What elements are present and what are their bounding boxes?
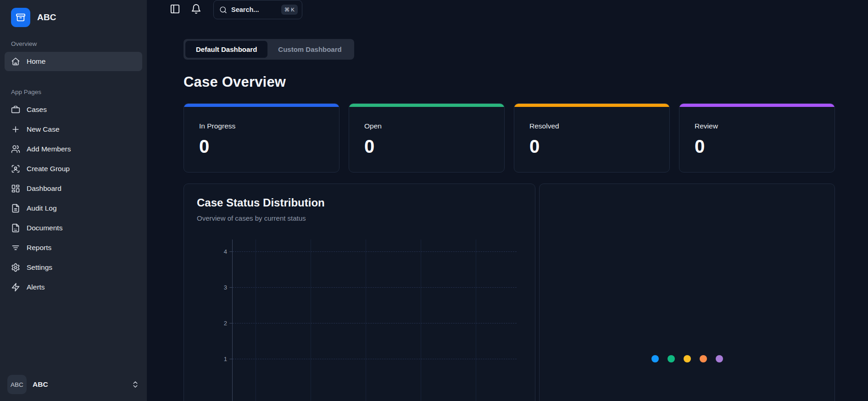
y-tick-label: 1 xyxy=(224,356,227,362)
scan-user-icon xyxy=(11,164,20,173)
keyboard-shortcut-badge: ⌘ K xyxy=(281,5,298,15)
pie-chart-card xyxy=(539,184,835,401)
sidebar-item-label: Reports xyxy=(27,244,51,252)
panel-left-icon xyxy=(170,4,180,16)
filter-lines-icon xyxy=(11,243,20,252)
file-icon xyxy=(11,223,20,233)
sidebar-item-audit-log[interactable]: Audit Log xyxy=(5,199,142,218)
vertical-gridline xyxy=(476,239,476,401)
stat-accent-bar xyxy=(679,104,835,107)
vertical-gridline xyxy=(311,239,311,401)
y-tick-mark xyxy=(229,287,233,288)
y-tick-label: 4 xyxy=(224,248,227,255)
legend-dot-purple xyxy=(716,355,723,362)
sidebar-item-label: Home xyxy=(27,57,45,66)
chart-title: Case Status Distribution xyxy=(197,196,522,209)
y-tick-mark xyxy=(229,251,233,252)
legend-dot-orange xyxy=(700,355,707,362)
users-icon xyxy=(11,145,20,154)
stat-value: 0 xyxy=(695,137,819,156)
sidebar-item-documents[interactable]: Documents xyxy=(5,218,142,238)
stats-row: In Progress 0 Open 0 Resolved 0 Review 0 xyxy=(184,103,835,173)
vertical-gridline xyxy=(366,239,366,401)
sidebar-item-label: Cases xyxy=(27,106,47,114)
y-tick-label: 2 xyxy=(224,320,227,327)
section-label-overview: Overview xyxy=(5,35,142,51)
sidebar-item-label: Documents xyxy=(27,224,62,232)
sidebar-item-label: Add Members xyxy=(27,145,71,153)
stat-card-review: Review 0 xyxy=(679,103,835,173)
y-tick-mark xyxy=(229,359,233,359)
sidebar-item-label: Audit Log xyxy=(27,204,57,212)
pie-legend xyxy=(540,355,835,362)
tab-default-dashboard[interactable]: Default Dashboard xyxy=(185,41,267,58)
y-tick-mark xyxy=(229,323,233,323)
stat-accent-bar xyxy=(184,104,339,107)
gear-icon xyxy=(11,263,20,272)
user-avatar: ABC xyxy=(7,375,27,394)
brand-name: ABC xyxy=(37,12,56,22)
stat-card-open: Open 0 xyxy=(349,103,505,173)
home-icon xyxy=(11,57,20,66)
page-title: Case Overview xyxy=(184,74,835,90)
legend-dot-blue xyxy=(651,355,659,362)
tab-custom-dashboard[interactable]: Custom Dashboard xyxy=(267,41,352,58)
app-root: ABC Overview Home App Pages Cases xyxy=(0,0,868,401)
sidebar: ABC Overview Home App Pages Cases xyxy=(0,0,147,401)
sidebar-item-label: Alerts xyxy=(27,283,45,291)
chart-subtitle: Overview of cases by current status xyxy=(197,214,522,222)
sidebar-item-cases[interactable]: Cases xyxy=(5,100,142,119)
vertical-gridline xyxy=(256,239,256,401)
zap-icon xyxy=(11,283,20,292)
bell-icon xyxy=(191,4,201,16)
gridline xyxy=(233,323,517,323)
gridline xyxy=(233,359,517,359)
sidebar-nav: Overview Home App Pages Cases New Case xyxy=(0,35,147,368)
sidebar-item-settings[interactable]: Settings xyxy=(5,258,142,277)
search-icon xyxy=(219,6,227,14)
page-content: Default Dashboard Custom Dashboard Case … xyxy=(147,19,868,401)
sidebar-item-home[interactable]: Home xyxy=(5,52,142,71)
plus-icon xyxy=(11,125,20,134)
stat-label: Review xyxy=(695,122,819,130)
sidebar-item-dashboard[interactable]: Dashboard xyxy=(5,179,142,198)
sidebar-item-new-case[interactable]: New Case xyxy=(5,120,142,139)
gridline xyxy=(233,287,517,288)
y-tick-label: 3 xyxy=(224,284,227,291)
chevrons-up-down-icon xyxy=(131,380,139,389)
search-placeholder: Search... xyxy=(231,6,277,13)
notifications-button[interactable] xyxy=(187,0,205,19)
sidebar-item-create-group[interactable]: Create Group xyxy=(5,159,142,178)
stat-label: In Progress xyxy=(199,122,324,130)
file-text-icon xyxy=(11,204,20,213)
user-menu[interactable]: ABC ABC xyxy=(0,368,147,401)
stat-card-resolved: Resolved 0 xyxy=(514,103,670,173)
sidebar-item-add-members[interactable]: Add Members xyxy=(5,139,142,159)
sidebar-item-label: Settings xyxy=(27,263,52,272)
stat-label: Resolved xyxy=(529,122,654,130)
legend-dot-yellow xyxy=(684,355,691,362)
stat-accent-bar xyxy=(514,104,669,107)
briefcase-icon xyxy=(11,105,20,114)
sidebar-item-alerts[interactable]: Alerts xyxy=(5,278,142,297)
user-name: ABC xyxy=(33,380,125,389)
stat-accent-bar xyxy=(349,104,504,107)
dashboard-tabs: Default Dashboard Custom Dashboard xyxy=(184,39,354,60)
layout-dashboard-icon xyxy=(11,184,20,193)
sidebar-item-label: Dashboard xyxy=(27,184,61,193)
section-label-app-pages: App Pages xyxy=(5,83,142,100)
stat-value: 0 xyxy=(529,137,654,156)
main-area: Search... ⌘ K Default Dashboard Custom D… xyxy=(147,0,868,401)
bar-chart-plot: 4 3 2 xyxy=(232,239,517,401)
stat-value: 0 xyxy=(199,137,324,156)
sidebar-item-reports[interactable]: Reports xyxy=(5,238,142,257)
archive-logo-icon xyxy=(11,8,30,27)
sidebar-toggle-button[interactable] xyxy=(166,0,184,19)
brand[interactable]: ABC xyxy=(0,0,147,35)
bar-chart: 4 3 2 xyxy=(197,239,522,401)
topbar: Search... ⌘ K xyxy=(147,0,868,19)
gridline xyxy=(233,251,517,252)
case-status-distribution-card: Case Status Distribution Overview of cas… xyxy=(184,184,535,401)
search-input[interactable]: Search... ⌘ K xyxy=(213,0,302,19)
stat-label: Open xyxy=(364,122,489,130)
